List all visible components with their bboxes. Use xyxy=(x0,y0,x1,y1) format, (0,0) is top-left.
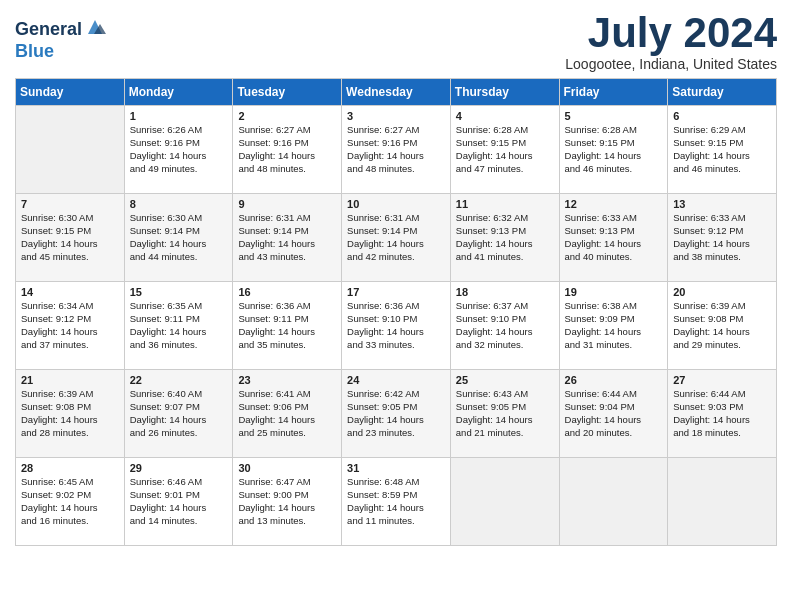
calendar-cell: 21Sunrise: 6:39 AMSunset: 9:08 PMDayligh… xyxy=(16,370,125,458)
day-number: 13 xyxy=(673,198,771,210)
calendar-cell: 9Sunrise: 6:31 AMSunset: 9:14 PMDaylight… xyxy=(233,194,342,282)
day-number: 24 xyxy=(347,374,445,386)
cell-content: Sunrise: 6:28 AMSunset: 9:15 PMDaylight:… xyxy=(456,124,554,175)
day-number: 17 xyxy=(347,286,445,298)
calendar-cell xyxy=(450,458,559,546)
cell-content: Sunrise: 6:32 AMSunset: 9:13 PMDaylight:… xyxy=(456,212,554,263)
calendar-week-row: 7Sunrise: 6:30 AMSunset: 9:15 PMDaylight… xyxy=(16,194,777,282)
day-number: 14 xyxy=(21,286,119,298)
cell-content: Sunrise: 6:30 AMSunset: 9:15 PMDaylight:… xyxy=(21,212,119,263)
calendar-cell: 20Sunrise: 6:39 AMSunset: 9:08 PMDayligh… xyxy=(668,282,777,370)
month-title: July 2024 xyxy=(565,10,777,56)
calendar-week-row: 1Sunrise: 6:26 AMSunset: 9:16 PMDaylight… xyxy=(16,106,777,194)
calendar-cell: 31Sunrise: 6:48 AMSunset: 8:59 PMDayligh… xyxy=(342,458,451,546)
calendar-week-row: 28Sunrise: 6:45 AMSunset: 9:02 PMDayligh… xyxy=(16,458,777,546)
cell-content: Sunrise: 6:45 AMSunset: 9:02 PMDaylight:… xyxy=(21,476,119,527)
cell-content: Sunrise: 6:43 AMSunset: 9:05 PMDaylight:… xyxy=(456,388,554,439)
calendar-cell: 28Sunrise: 6:45 AMSunset: 9:02 PMDayligh… xyxy=(16,458,125,546)
logo-blue: Blue xyxy=(15,42,54,62)
calendar-cell: 7Sunrise: 6:30 AMSunset: 9:15 PMDaylight… xyxy=(16,194,125,282)
calendar-cell: 12Sunrise: 6:33 AMSunset: 9:13 PMDayligh… xyxy=(559,194,668,282)
calendar-cell: 25Sunrise: 6:43 AMSunset: 9:05 PMDayligh… xyxy=(450,370,559,458)
cell-content: Sunrise: 6:29 AMSunset: 9:15 PMDaylight:… xyxy=(673,124,771,175)
day-number: 2 xyxy=(238,110,336,122)
day-number: 25 xyxy=(456,374,554,386)
calendar-cell: 29Sunrise: 6:46 AMSunset: 9:01 PMDayligh… xyxy=(124,458,233,546)
cell-content: Sunrise: 6:39 AMSunset: 9:08 PMDaylight:… xyxy=(673,300,771,351)
calendar-cell xyxy=(16,106,125,194)
cell-content: Sunrise: 6:30 AMSunset: 9:14 PMDaylight:… xyxy=(130,212,228,263)
calendar-cell: 11Sunrise: 6:32 AMSunset: 9:13 PMDayligh… xyxy=(450,194,559,282)
day-number: 31 xyxy=(347,462,445,474)
day-number: 5 xyxy=(565,110,663,122)
calendar-cell xyxy=(559,458,668,546)
calendar-cell: 15Sunrise: 6:35 AMSunset: 9:11 PMDayligh… xyxy=(124,282,233,370)
calendar-cell: 1Sunrise: 6:26 AMSunset: 9:16 PMDaylight… xyxy=(124,106,233,194)
cell-content: Sunrise: 6:44 AMSunset: 9:04 PMDaylight:… xyxy=(565,388,663,439)
day-number: 7 xyxy=(21,198,119,210)
calendar-cell xyxy=(668,458,777,546)
day-number: 8 xyxy=(130,198,228,210)
day-header-monday: Monday xyxy=(124,79,233,106)
cell-content: Sunrise: 6:33 AMSunset: 9:12 PMDaylight:… xyxy=(673,212,771,263)
cell-content: Sunrise: 6:35 AMSunset: 9:11 PMDaylight:… xyxy=(130,300,228,351)
cell-content: Sunrise: 6:46 AMSunset: 9:01 PMDaylight:… xyxy=(130,476,228,527)
calendar-cell: 27Sunrise: 6:44 AMSunset: 9:03 PMDayligh… xyxy=(668,370,777,458)
day-number: 6 xyxy=(673,110,771,122)
cell-content: Sunrise: 6:36 AMSunset: 9:11 PMDaylight:… xyxy=(238,300,336,351)
cell-content: Sunrise: 6:31 AMSunset: 9:14 PMDaylight:… xyxy=(238,212,336,263)
calendar-cell: 18Sunrise: 6:37 AMSunset: 9:10 PMDayligh… xyxy=(450,282,559,370)
day-number: 12 xyxy=(565,198,663,210)
cell-content: Sunrise: 6:27 AMSunset: 9:16 PMDaylight:… xyxy=(347,124,445,175)
calendar-cell: 19Sunrise: 6:38 AMSunset: 9:09 PMDayligh… xyxy=(559,282,668,370)
cell-content: Sunrise: 6:26 AMSunset: 9:16 PMDaylight:… xyxy=(130,124,228,175)
day-header-thursday: Thursday xyxy=(450,79,559,106)
cell-content: Sunrise: 6:39 AMSunset: 9:08 PMDaylight:… xyxy=(21,388,119,439)
day-number: 9 xyxy=(238,198,336,210)
cell-content: Sunrise: 6:28 AMSunset: 9:15 PMDaylight:… xyxy=(565,124,663,175)
day-header-tuesday: Tuesday xyxy=(233,79,342,106)
day-number: 22 xyxy=(130,374,228,386)
cell-content: Sunrise: 6:38 AMSunset: 9:09 PMDaylight:… xyxy=(565,300,663,351)
calendar-cell: 14Sunrise: 6:34 AMSunset: 9:12 PMDayligh… xyxy=(16,282,125,370)
calendar-cell: 30Sunrise: 6:47 AMSunset: 9:00 PMDayligh… xyxy=(233,458,342,546)
calendar-cell: 13Sunrise: 6:33 AMSunset: 9:12 PMDayligh… xyxy=(668,194,777,282)
calendar-cell: 5Sunrise: 6:28 AMSunset: 9:15 PMDaylight… xyxy=(559,106,668,194)
calendar-cell: 23Sunrise: 6:41 AMSunset: 9:06 PMDayligh… xyxy=(233,370,342,458)
location: Loogootee, Indiana, United States xyxy=(565,56,777,72)
cell-content: Sunrise: 6:42 AMSunset: 9:05 PMDaylight:… xyxy=(347,388,445,439)
cell-content: Sunrise: 6:47 AMSunset: 9:00 PMDaylight:… xyxy=(238,476,336,527)
day-number: 28 xyxy=(21,462,119,474)
day-number: 26 xyxy=(565,374,663,386)
day-number: 11 xyxy=(456,198,554,210)
day-number: 1 xyxy=(130,110,228,122)
cell-content: Sunrise: 6:31 AMSunset: 9:14 PMDaylight:… xyxy=(347,212,445,263)
cell-content: Sunrise: 6:40 AMSunset: 9:07 PMDaylight:… xyxy=(130,388,228,439)
calendar-cell: 6Sunrise: 6:29 AMSunset: 9:15 PMDaylight… xyxy=(668,106,777,194)
logo-general: General xyxy=(15,20,82,40)
calendar-cell: 2Sunrise: 6:27 AMSunset: 9:16 PMDaylight… xyxy=(233,106,342,194)
calendar-header-row: SundayMondayTuesdayWednesdayThursdayFrid… xyxy=(16,79,777,106)
day-number: 19 xyxy=(565,286,663,298)
calendar-cell: 24Sunrise: 6:42 AMSunset: 9:05 PMDayligh… xyxy=(342,370,451,458)
calendar-cell: 8Sunrise: 6:30 AMSunset: 9:14 PMDaylight… xyxy=(124,194,233,282)
cell-content: Sunrise: 6:44 AMSunset: 9:03 PMDaylight:… xyxy=(673,388,771,439)
day-number: 30 xyxy=(238,462,336,474)
calendar-cell: 3Sunrise: 6:27 AMSunset: 9:16 PMDaylight… xyxy=(342,106,451,194)
day-number: 23 xyxy=(238,374,336,386)
day-number: 15 xyxy=(130,286,228,298)
day-number: 10 xyxy=(347,198,445,210)
calendar-cell: 16Sunrise: 6:36 AMSunset: 9:11 PMDayligh… xyxy=(233,282,342,370)
cell-content: Sunrise: 6:41 AMSunset: 9:06 PMDaylight:… xyxy=(238,388,336,439)
cell-content: Sunrise: 6:36 AMSunset: 9:10 PMDaylight:… xyxy=(347,300,445,351)
calendar-cell: 22Sunrise: 6:40 AMSunset: 9:07 PMDayligh… xyxy=(124,370,233,458)
day-header-friday: Friday xyxy=(559,79,668,106)
day-header-saturday: Saturday xyxy=(668,79,777,106)
logo-icon xyxy=(84,16,106,38)
calendar-week-row: 21Sunrise: 6:39 AMSunset: 9:08 PMDayligh… xyxy=(16,370,777,458)
day-number: 3 xyxy=(347,110,445,122)
day-number: 29 xyxy=(130,462,228,474)
calendar-cell: 10Sunrise: 6:31 AMSunset: 9:14 PMDayligh… xyxy=(342,194,451,282)
calendar-week-row: 14Sunrise: 6:34 AMSunset: 9:12 PMDayligh… xyxy=(16,282,777,370)
day-number: 20 xyxy=(673,286,771,298)
